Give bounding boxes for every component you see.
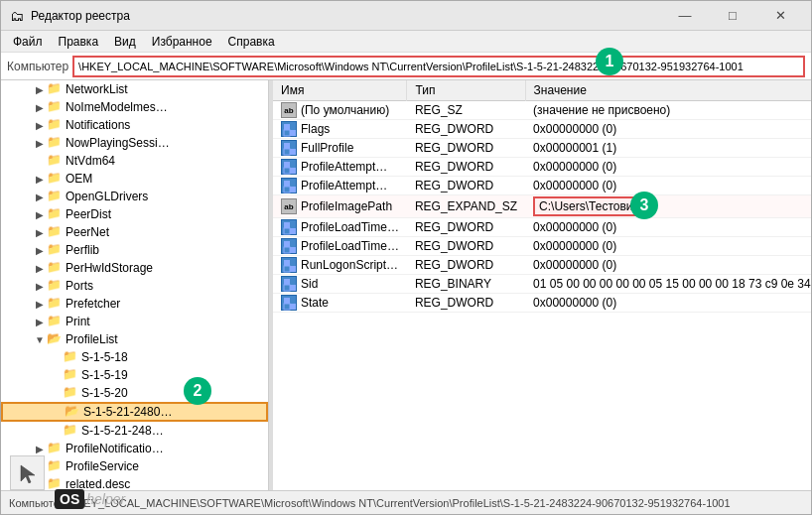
reg-icon bbox=[281, 121, 297, 137]
minimize-button[interactable]: — bbox=[662, 1, 708, 31]
folder-icon: 📁 bbox=[47, 476, 63, 490]
address-input[interactable] bbox=[72, 56, 805, 77]
reg-icon bbox=[281, 219, 297, 235]
cell-name: ProfileAttempt… bbox=[273, 158, 407, 177]
cell-name: RunLogonScript… bbox=[273, 256, 407, 275]
reg-icon bbox=[281, 295, 297, 311]
cell-type: REG_DWORD bbox=[407, 158, 525, 177]
address-label: Компьютер bbox=[7, 60, 68, 73]
main-content: ▶ 📁 NetworkList ▶ 📁 NoImeModelmes… ▶ 📁 N… bbox=[1, 80, 811, 490]
tree-item-peernet[interactable]: ▶ 📁 PeerNet bbox=[1, 223, 268, 241]
table-row[interactable]: ProfileLoadTime…REG_DWORD0x00000000 (0) bbox=[273, 237, 811, 256]
reg-icon bbox=[281, 276, 297, 292]
expander-icon: ▶ bbox=[33, 315, 47, 328]
cell-type: REG_EXPAND_SZ bbox=[407, 195, 525, 218]
cell-value: 0x00000000 (0) bbox=[525, 237, 811, 256]
svg-rect-5 bbox=[284, 149, 290, 155]
folder-icon: 📁 bbox=[47, 260, 63, 276]
tree-item-noimemodelmes[interactable]: ▶ 📁 NoImeModelmes… bbox=[1, 98, 268, 116]
svg-rect-21 bbox=[284, 279, 290, 285]
svg-rect-4 bbox=[290, 149, 296, 155]
badge-1: 1 bbox=[596, 48, 623, 75]
cell-type: REG_DWORD bbox=[407, 120, 525, 139]
table-row[interactable]: SidREG_BINARY01 05 00 00 00 00 00 05 15 … bbox=[273, 275, 811, 294]
tree-item-s-1-5-21-2[interactable]: 📁 S-1-5-21-248… bbox=[1, 422, 268, 440]
cell-name: ProfileAttempt… bbox=[273, 177, 407, 195]
svg-rect-24 bbox=[284, 298, 290, 304]
cell-name: ab(По умолчанию) bbox=[273, 101, 407, 120]
tree-item-print[interactable]: ▶ 📁 Print bbox=[1, 313, 268, 330]
table-row[interactable]: RunLogonScript…REG_DWORD0x00000000 (0) bbox=[273, 256, 811, 275]
svg-rect-17 bbox=[284, 247, 290, 253]
tree-item-notifications[interactable]: ▶ 📁 Notifications bbox=[1, 116, 268, 134]
expander-icon: ▶ bbox=[33, 442, 47, 455]
folder-icon: 📁 bbox=[47, 441, 63, 456]
reg-icon bbox=[281, 140, 297, 156]
table-row[interactable]: ProfileAttempt…REG_DWORD0x00000000 (0) bbox=[273, 177, 811, 195]
tree-item-s-1-5-18[interactable]: 📁 S-1-5-18 bbox=[1, 348, 268, 366]
cell-name: abProfileImagePath bbox=[273, 195, 407, 218]
table-row[interactable]: ProfileLoadTime…REG_DWORD0x00000000 (0) bbox=[273, 218, 811, 237]
tree-label: ProfileNotificatio… bbox=[66, 442, 164, 455]
os-badge: OS bbox=[55, 489, 84, 509]
tree-item-s-1-5-20[interactable]: 📁 S-1-5-20 bbox=[1, 384, 268, 402]
tree-item-oem[interactable]: ▶ 📁 OEM bbox=[1, 170, 268, 188]
cell-name: State bbox=[273, 294, 407, 313]
table-row[interactable]: FullProfileREG_DWORD0x00000001 (1) bbox=[273, 139, 811, 158]
tree-item-ports[interactable]: ▶ 📁 Ports bbox=[1, 277, 268, 295]
folder-icon: 📁 bbox=[63, 349, 78, 365]
svg-marker-27 bbox=[21, 465, 35, 483]
tree-label: Print bbox=[66, 315, 90, 328]
tree-item-networklist[interactable]: ▶ 📁 NetworkList bbox=[1, 80, 268, 98]
expander-icon bbox=[49, 386, 63, 400]
expander-icon bbox=[49, 424, 63, 438]
address-bar: Компьютер bbox=[1, 53, 811, 80]
tree-item-s-1-5-19[interactable]: 📁 S-1-5-19 bbox=[1, 366, 268, 384]
svg-rect-23 bbox=[284, 285, 290, 291]
maximize-button[interactable]: □ bbox=[710, 1, 755, 31]
tree-item-ntvdm64[interactable]: 📁 NtVdm64 bbox=[1, 152, 268, 170]
tree-item-peerdist[interactable]: ▶ 📁 PeerDist bbox=[1, 205, 268, 223]
folder-icon: 📁 bbox=[47, 153, 63, 169]
menu-help[interactable]: Справка bbox=[220, 33, 283, 51]
tree-item-s-1-5-21-selected[interactable]: 📂 S-1-5-21-2480… bbox=[1, 402, 268, 422]
table-row[interactable]: abProfileImagePathREG_EXPAND_SZC:\Users\… bbox=[273, 195, 811, 218]
folder-icon-open: 📂 bbox=[47, 331, 63, 347]
menu-edit[interactable]: Правка bbox=[51, 33, 107, 51]
svg-rect-18 bbox=[284, 260, 290, 266]
tree-label: PeerDist bbox=[66, 207, 111, 221]
folder-icon: 📁 bbox=[47, 189, 63, 204]
tree-item-perhwid[interactable]: ▶ 📁 PerHwIdStorage bbox=[1, 259, 268, 277]
table-row[interactable]: ab(По умолчанию)REG_SZ(значение не присв… bbox=[273, 101, 811, 120]
tree-item-profilelist[interactable]: ▼ 📂 ProfileList bbox=[1, 330, 268, 348]
tree-label: OEM bbox=[66, 172, 92, 186]
ab-icon: ab bbox=[281, 102, 297, 118]
expander-icon: ▶ bbox=[33, 243, 47, 257]
values-panel: Имя Тип Значение ab(По умолчанию)REG_SZ(… bbox=[273, 80, 811, 490]
svg-rect-10 bbox=[290, 187, 296, 193]
tree-label: S-1-5-21-2480… bbox=[83, 405, 172, 419]
folder-icon: 📁 bbox=[47, 242, 63, 258]
menu-file[interactable]: Файл bbox=[5, 33, 51, 51]
cell-value: 0x00000000 (0) bbox=[525, 256, 811, 275]
folder-icon: 📁 bbox=[47, 278, 63, 294]
reg-icon bbox=[281, 238, 297, 254]
table-row[interactable]: ProfileAttempt…REG_DWORD0x00000000 (0) bbox=[273, 158, 811, 177]
cell-value: 0x00000000 (0) bbox=[525, 218, 811, 237]
folder-icon-open: 📂 bbox=[65, 404, 80, 420]
tree-item-opengl[interactable]: ▶ 📁 OpenGLDrivers bbox=[1, 188, 268, 205]
cell-type: REG_DWORD bbox=[407, 218, 525, 237]
folder-icon: 📁 bbox=[47, 135, 63, 151]
close-button[interactable]: ✕ bbox=[757, 1, 803, 31]
cell-type: REG_DWORD bbox=[407, 294, 525, 313]
table-row[interactable]: FlagsREG_DWORD0x00000000 (0) bbox=[273, 120, 811, 139]
folder-icon: 📁 bbox=[47, 224, 63, 240]
menu-view[interactable]: Вид bbox=[106, 33, 144, 51]
helper-text: helper bbox=[86, 491, 125, 507]
tree-item-prefetcher[interactable]: ▶ 📁 Prefetcher bbox=[1, 295, 268, 313]
menu-favorites[interactable]: Избранное bbox=[144, 33, 220, 51]
tree-item-nowplaying[interactable]: ▶ 📁 NowPlayingSessi… bbox=[1, 134, 268, 152]
table-row[interactable]: StateREG_DWORD0x00000000 (0) bbox=[273, 294, 811, 313]
tree-item-perflib[interactable]: ▶ 📁 Perflib bbox=[1, 241, 268, 259]
svg-rect-7 bbox=[290, 168, 296, 174]
